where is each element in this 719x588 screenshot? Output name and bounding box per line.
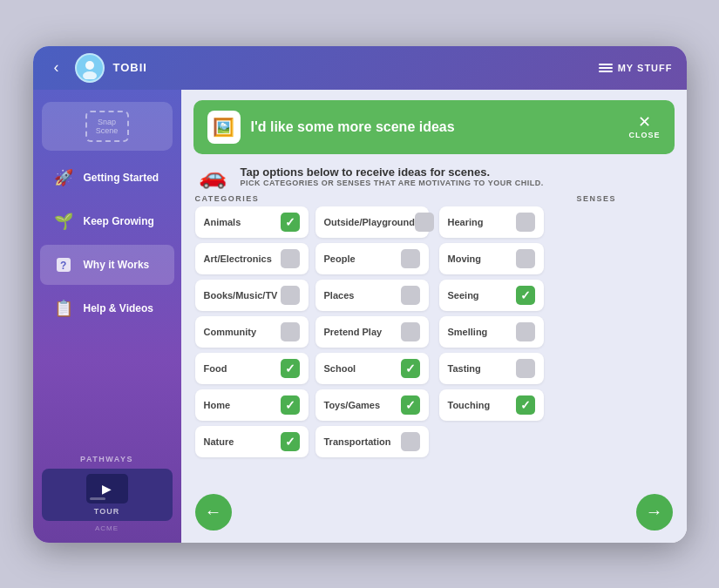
category-chip[interactable]: Home ✓: [195, 389, 309, 421]
sidebar-item-getting-started[interactable]: 🚀 Getting Started: [40, 158, 174, 198]
checkbox[interactable]: [401, 249, 420, 268]
category-chip[interactable]: Community: [195, 316, 309, 348]
instruction-row: 🚗 Tap options below to receive ideas for…: [181, 154, 687, 194]
categories-column-2: Outside/Playground People Places Pretend…: [315, 206, 429, 476]
chip-label: Books/Music/TV: [204, 290, 278, 301]
sense-chip[interactable]: Seeing ✓: [439, 280, 544, 311]
tour-play-button[interactable]: ▶: [86, 474, 128, 504]
header: ‹ TOBII MY STUFF: [33, 46, 687, 90]
next-nav-button[interactable]: →: [636, 494, 673, 531]
checkbox[interactable]: [516, 359, 535, 378]
mystuff-icon: [599, 64, 613, 72]
sidebar-item-why-it-works[interactable]: ? Why it Works: [40, 245, 174, 285]
sidebar-item-label: Why it Works: [84, 259, 150, 271]
chip-label: Tasting: [448, 363, 481, 374]
sidebar-snap-scene[interactable]: SnapScene: [42, 102, 173, 151]
sidebar-item-label: Getting Started: [84, 172, 159, 184]
sense-chip[interactable]: Tasting: [439, 353, 544, 384]
truck-icon: 🚗: [195, 163, 230, 191]
checkbox[interactable]: [401, 322, 420, 341]
rocket-icon: 🚀: [52, 166, 75, 189]
svg-text:?: ?: [60, 260, 66, 272]
categories-column-1: Animals ✓ Art/Electronics Books/Music/TV…: [195, 206, 309, 476]
checkbox[interactable]: [516, 322, 535, 341]
checkbox[interactable]: [281, 286, 300, 305]
sidebar-item-label: Keep Growing: [84, 215, 154, 227]
instruction-sub: PICK CATEGORIES OR SENSES THAT ARE MOTIV…: [241, 179, 673, 187]
banner: 🖼️ I'd like some more scene ideas ✕ CLOS…: [193, 100, 675, 154]
checkbox[interactable]: ✓: [516, 286, 535, 305]
chip-label: Art/Electronics: [204, 253, 272, 264]
content-area: 🖼️ I'd like some more scene ideas ✕ CLOS…: [181, 90, 687, 543]
sense-chip[interactable]: Hearing: [439, 206, 544, 238]
banner-text: I'd like some more scene ideas: [251, 119, 619, 135]
checkbox[interactable]: ✓: [281, 432, 300, 451]
checkbox[interactable]: ✓: [281, 213, 300, 232]
checkbox[interactable]: [415, 213, 434, 232]
checkbox[interactable]: ✓: [281, 395, 300, 415]
device-frame: ‹ TOBII MY STUFF SnapScene: [33, 46, 687, 543]
senses-column: Hearing Moving Seeing ✓ Smelling Tasting: [439, 206, 544, 476]
tour-label: TOUR: [47, 507, 167, 516]
close-label: CLOSE: [628, 131, 660, 139]
check-mark: ✓: [285, 215, 295, 229]
sense-chip[interactable]: Moving: [439, 243, 544, 274]
svg-point-1: [83, 71, 97, 79]
categories-header: CATEGORIES: [195, 194, 457, 203]
checkbox[interactable]: [401, 286, 420, 305]
sidebar-item-label: Help & Videos: [84, 302, 153, 314]
sidebar-bottom: PATHWAYS ▶ TOUR ACME: [33, 446, 181, 543]
category-chip[interactable]: People: [315, 243, 429, 274]
check-mark: ✓: [520, 288, 531, 302]
check-mark: ✓: [405, 362, 416, 375]
tour-thumbnail[interactable]: ▶ TOUR: [42, 469, 173, 521]
checkbox[interactable]: [281, 249, 300, 268]
back-nav-button[interactable]: ←: [195, 494, 232, 531]
checkbox[interactable]: [281, 322, 300, 341]
sense-chip[interactable]: Touching ✓: [439, 389, 544, 421]
checkbox[interactable]: ✓: [516, 395, 535, 415]
category-chip[interactable]: Pretend Play: [315, 316, 429, 348]
plant-icon: 🌱: [52, 210, 75, 233]
snap-scene-icon: SnapScene: [85, 111, 129, 142]
clipboard-icon: 📋: [52, 297, 75, 320]
sidebar-item-keep-growing[interactable]: 🌱 Keep Growing: [40, 201, 174, 241]
nav-buttons: ← →: [181, 487, 687, 543]
chip-label: Community: [204, 327, 257, 337]
sense-chip[interactable]: Smelling: [439, 316, 544, 348]
category-chip[interactable]: Outside/Playground: [315, 206, 429, 238]
category-chip[interactable]: Art/Electronics: [195, 243, 309, 274]
svg-point-0: [85, 61, 94, 70]
checkbox[interactable]: ✓: [401, 359, 420, 378]
cols-header: CATEGORIES SENSES: [181, 194, 687, 203]
category-chip[interactable]: Food ✓: [195, 353, 309, 384]
checkbox[interactable]: ✓: [401, 395, 420, 415]
category-chip[interactable]: Animals ✓: [195, 206, 309, 238]
checkbox[interactable]: [401, 432, 420, 451]
mystuff-label: MY STUFF: [618, 63, 673, 73]
banner-close-button[interactable]: ✕ CLOSE: [628, 114, 660, 139]
category-chip[interactable]: Transportation: [315, 426, 429, 457]
back-button[interactable]: ‹: [47, 55, 66, 80]
chip-label: Outside/Playground: [324, 217, 416, 227]
sidebar-item-help-videos[interactable]: 📋 Help & Videos: [40, 288, 174, 328]
category-chip[interactable]: Toys/Games ✓: [315, 389, 429, 421]
category-chip[interactable]: Nature ✓: [195, 426, 309, 457]
checkbox[interactable]: ✓: [281, 359, 300, 378]
header-left: ‹ TOBII: [47, 53, 147, 83]
category-chip[interactable]: Books/Music/TV: [195, 280, 309, 311]
chip-label: Transportation: [324, 436, 391, 447]
header-right[interactable]: MY STUFF: [599, 63, 673, 73]
sidebar: SnapScene 🚀 Getting Started 🌱 Keep Growi…: [33, 90, 181, 543]
chip-label: Places: [324, 290, 355, 301]
instruction-text: Tap options below to receive ideas for s…: [241, 166, 673, 187]
checkbox[interactable]: [516, 213, 535, 232]
banner-icon: 🖼️: [207, 111, 241, 144]
chip-label: Home: [204, 400, 231, 410]
checkbox[interactable]: [516, 249, 535, 268]
check-mark: ✓: [520, 398, 531, 412]
check-mark: ✓: [285, 398, 295, 412]
main-layout: SnapScene 🚀 Getting Started 🌱 Keep Growi…: [33, 90, 687, 543]
category-chip[interactable]: School ✓: [315, 353, 429, 384]
category-chip[interactable]: Places: [315, 280, 429, 311]
